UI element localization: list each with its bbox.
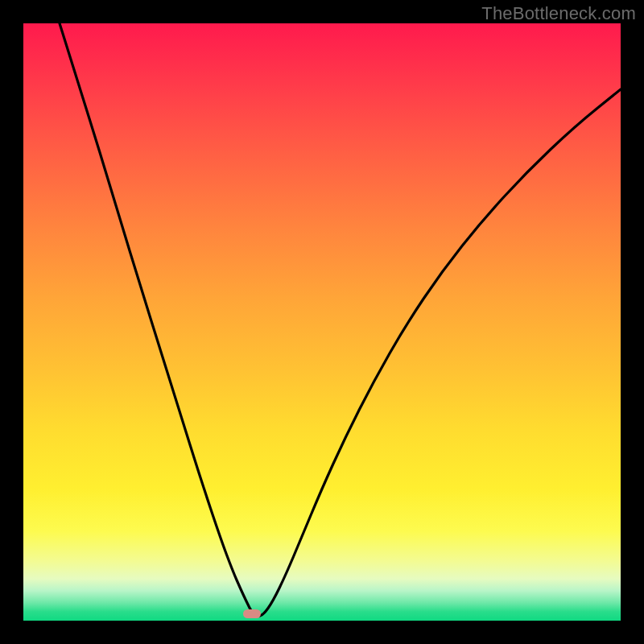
bottleneck-curve (23, 23, 621, 621)
curve-path (60, 23, 621, 616)
watermark-text: TheBottleneck.com (481, 3, 636, 24)
minimum-marker (243, 609, 261, 618)
